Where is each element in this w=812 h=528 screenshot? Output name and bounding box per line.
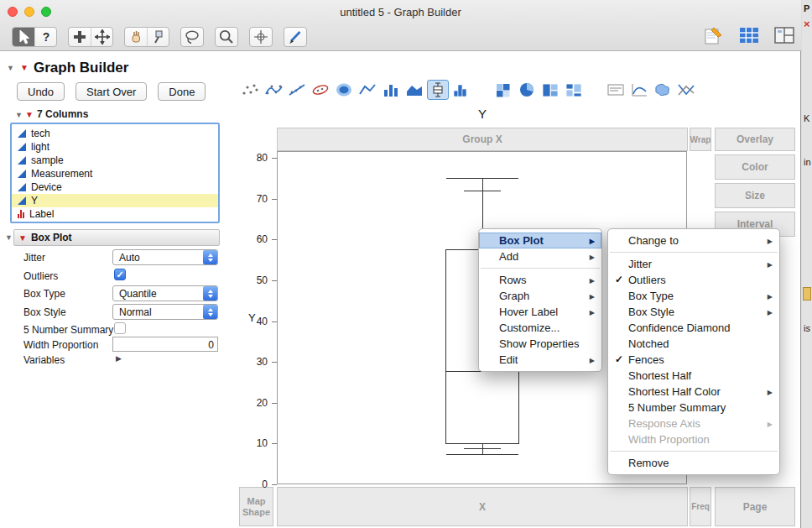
cursor-tool[interactable] (13, 28, 34, 46)
palette-caption-box-icon[interactable] (605, 80, 627, 100)
palette-bar-icon[interactable] (380, 80, 402, 100)
variables-disclosure-icon[interactable]: ▶ (116, 354, 122, 363)
palette-ellipse-icon[interactable] (310, 80, 331, 100)
box-type-combo[interactable]: Quantile (112, 285, 218, 301)
drop-zone-size[interactable]: Size (715, 183, 795, 208)
menu-item-remove[interactable]: Remove (608, 455, 779, 471)
column-item-device[interactable]: Device (12, 180, 218, 194)
disclosure-triangle-icon[interactable]: ▼ (5, 233, 13, 242)
palette-area-icon[interactable] (403, 80, 425, 100)
drop-zone-page[interactable]: Page (715, 487, 795, 526)
palette-treemap-icon[interactable] (539, 80, 561, 100)
red-triangle-menu-icon[interactable]: ▼ (25, 110, 34, 119)
y-axis-ticks[interactable]: 80706050403020100 (240, 151, 277, 484)
disclosure-triangle-icon[interactable]: ▼ (7, 64, 14, 72)
columns-list[interactable]: techlightsampleMeasurementDeviceYLabel (10, 123, 220, 223)
column-item-sample[interactable]: sample (12, 154, 218, 167)
menu-item-shortest-half[interactable]: Shortest Half (608, 368, 779, 384)
jitter-combo[interactable]: Auto (112, 249, 218, 265)
palette-histogram-icon[interactable] (450, 80, 472, 100)
submenu-arrow-icon: ▶ (590, 289, 595, 305)
drop-zone-color[interactable]: Color (715, 154, 795, 180)
palette-smoother-icon[interactable] (263, 80, 284, 100)
menu-item-rows[interactable]: Rows▶ (479, 272, 601, 288)
menu-item-jitter[interactable]: Jitter▶ (608, 256, 779, 272)
done-button[interactable]: Done (158, 82, 206, 101)
start-over-button[interactable]: Start Over (75, 82, 147, 101)
data-grid-icon[interactable] (735, 24, 763, 48)
annotate-tool[interactable] (284, 28, 306, 46)
menu-item-box-style[interactable]: Box Style▶ (608, 304, 779, 320)
move-tool[interactable] (91, 28, 112, 46)
palette-parallel-icon[interactable] (675, 80, 697, 100)
column-item-label[interactable]: Label (12, 207, 218, 221)
column-item-measurement[interactable]: Measurement (12, 167, 218, 180)
menu-item-hover-label[interactable]: Hover Label▶ (479, 304, 601, 320)
column-item-tech[interactable]: tech (12, 127, 218, 140)
menu-item-edit[interactable]: Edit▶ (479, 352, 601, 368)
column-item-y[interactable]: Y (12, 194, 218, 207)
drop-zone-map-shape[interactable]: Map Shape (239, 487, 273, 526)
palette-line-icon[interactable] (357, 80, 378, 100)
element-panel-header[interactable]: ▼ Box Plot (13, 229, 220, 246)
lasso-tool[interactable] (181, 28, 203, 46)
box-style-combo[interactable]: Normal (112, 304, 218, 320)
menu-item-show-properties[interactable]: Show Properties (479, 336, 601, 352)
menu-item-confidence-diamond[interactable]: Confidence Diamond (608, 320, 779, 336)
combo-stepper-icon[interactable] (203, 286, 217, 301)
combo-stepper-icon[interactable] (203, 250, 217, 264)
red-triangle-menu-icon[interactable]: ▼ (20, 63, 29, 72)
jmp-data-table-icon[interactable] (700, 24, 728, 48)
window-layout-icon[interactable] (770, 24, 799, 48)
menu-item-add[interactable]: Add▶ (479, 248, 601, 264)
zoom-tool[interactable] (216, 28, 237, 46)
5-number-summary-checkbox[interactable] (114, 322, 126, 334)
y-axis-label[interactable]: Y (248, 311, 256, 324)
property-row-5-number-summary: 5 Number Summary (12, 322, 220, 338)
combo-stepper-icon[interactable] (203, 305, 217, 319)
property-row-jitter: JitterAuto (12, 249, 220, 266)
palette-formula-icon[interactable] (628, 80, 650, 100)
palette-box-plot-icon[interactable] (427, 80, 449, 100)
menu-item-fences[interactable]: ✓Fences (608, 352, 779, 368)
menu-item-box-type[interactable]: Box Type▶ (608, 288, 779, 304)
palette-line-of-fit-icon[interactable] (286, 80, 308, 100)
menu-item-shortest-half-color[interactable]: Shortest Half Color▶ (608, 384, 779, 400)
menu-item-width-proportion[interactable]: Width Proportion (608, 431, 779, 447)
width-proportion-input[interactable]: 0 (112, 337, 218, 352)
drop-zone-group-x[interactable]: Group X (277, 128, 688, 151)
crosshair-tool[interactable] (250, 28, 272, 46)
palette-map-shapes-icon[interactable] (652, 80, 674, 100)
palette-contour-icon[interactable] (333, 80, 355, 100)
grabber-tool[interactable] (125, 28, 147, 46)
tool-group (284, 27, 307, 47)
combo-value: Normal (119, 306, 152, 318)
menu-item-customize[interactable]: Customize... (479, 320, 601, 336)
selection-tool[interactable] (69, 28, 91, 46)
red-triangle-menu-icon[interactable]: ▼ (18, 233, 27, 243)
drop-zone-x[interactable]: X (277, 487, 688, 526)
menu-item-response-axis[interactable]: Response Axis▶ (608, 416, 779, 431)
drop-zone-freq[interactable]: Freq (690, 487, 711, 526)
menu-item-graph[interactable]: Graph▶ (479, 288, 601, 304)
menu-item-outliers[interactable]: ✓Outliers (608, 272, 779, 288)
property-row-box-style: Box StyleNormal (12, 304, 220, 321)
drop-zone-wrap[interactable]: Wrap (690, 128, 711, 151)
palette-mosaic-icon[interactable] (563, 80, 585, 100)
column-item-light[interactable]: light (12, 140, 218, 154)
palette-pie-icon[interactable] (516, 80, 538, 100)
palette-points-icon[interactable] (239, 80, 261, 100)
palette-heatmap-icon[interactable] (492, 80, 514, 100)
undo-button[interactable]: Undo (17, 82, 65, 101)
drop-zone-overlay[interactable]: Overlay (715, 128, 795, 151)
disclosure-triangle-icon[interactable]: ▼ (15, 111, 23, 119)
brush-tool[interactable] (147, 28, 169, 46)
outliers-checkbox[interactable]: ✓ (114, 269, 126, 280)
menu-item-5-number-summary[interactable]: 5 Number Summary (608, 400, 779, 416)
menu-item-notched[interactable]: Notched (608, 336, 779, 352)
menu-item-change-to[interactable]: Change to▶ (608, 233, 779, 248)
menu-item-box-plot[interactable]: Box Plot▶ (479, 233, 601, 248)
y-tick-label: 10 (242, 437, 268, 449)
submenu-arrow-icon: ▶ (590, 249, 595, 265)
help-tool[interactable]: ? (34, 28, 56, 46)
